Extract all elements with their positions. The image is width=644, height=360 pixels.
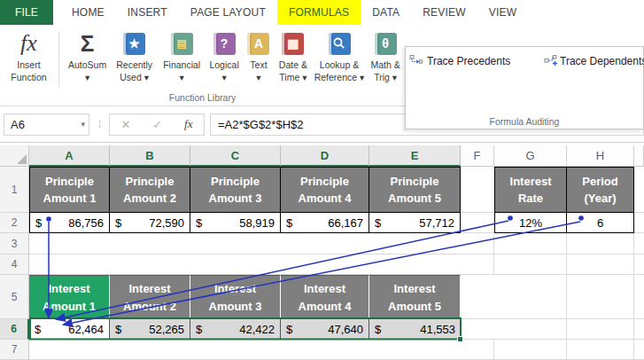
cell-b4[interactable] [110, 254, 190, 275]
logical-book-icon: ? [213, 33, 236, 55]
autosum-button[interactable]: Σ AutoSum ▾ [66, 27, 109, 83]
cell-d4[interactable] [281, 254, 369, 275]
cell-h6[interactable] [567, 319, 634, 340]
trace-precedents-button[interactable]: Trace Precedents [409, 50, 544, 72]
cell-a1[interactable]: Principle Amount 1 [29, 167, 110, 213]
cell-f7[interactable] [461, 340, 494, 360]
cell-d1[interactable]: Principle Amount 4 [281, 167, 369, 213]
date-time-button[interactable]: ▦ Date & Time ▾ [275, 27, 312, 83]
recently-used-book-icon: ★ [123, 33, 145, 55]
cell-a6-active[interactable]: $62,464 [29, 319, 110, 340]
cell-d7[interactable] [281, 340, 369, 360]
cell-a5[interactable]: Interest Amount 1 [29, 275, 110, 319]
cell-c7[interactable] [190, 340, 281, 360]
insert-function-fx-icon[interactable]: fx [184, 117, 192, 131]
cell-b2[interactable]: $72,590 [110, 213, 190, 233]
cell-d2[interactable]: $66,167 [281, 213, 369, 233]
cell-c5[interactable]: Interest Amount 3 [190, 275, 281, 319]
logical-button[interactable]: ? Logical ▾ [206, 27, 243, 83]
enter-icon[interactable]: ✓ [152, 118, 162, 131]
cell-h3[interactable] [567, 233, 634, 254]
cell-f2[interactable] [461, 213, 494, 233]
column-header-g[interactable]: G [494, 145, 567, 167]
tab-data[interactable]: DATA [361, 0, 411, 25]
cell-b7[interactable] [110, 340, 190, 360]
column-header-d[interactable]: D [281, 145, 369, 167]
cell-g4[interactable] [494, 254, 567, 275]
tab-insert[interactable]: INSERT [116, 0, 179, 25]
name-box-dropdown-icon[interactable]: ▾ [81, 120, 85, 129]
tab-review[interactable]: REVIEW [411, 0, 477, 25]
cell-c6[interactable]: $42,422 [190, 319, 281, 340]
cell-b6[interactable]: $52,265 [110, 319, 190, 340]
cell-b1[interactable]: Principle Amount 2 [110, 167, 190, 213]
cell-g6[interactable] [494, 319, 567, 340]
cell-g1[interactable]: Interest Rate [494, 167, 567, 213]
column-header-e[interactable]: E [369, 145, 461, 167]
cell-a2[interactable]: $86,756 [29, 213, 110, 233]
column-header-h[interactable]: H [567, 145, 634, 167]
cell-c4[interactable] [190, 254, 281, 275]
lookup-reference-button[interactable]: Lookup & Reference ▾ [314, 27, 366, 83]
cell-e7[interactable] [369, 340, 461, 360]
column-header-a[interactable]: A [29, 145, 110, 167]
cell-h7[interactable] [567, 340, 634, 360]
column-header-b[interactable]: B [110, 145, 190, 167]
math-trig-button[interactable]: θ Math & Trig ▾ [367, 27, 404, 83]
financial-button[interactable]: ▤ Financial ▾ [159, 27, 204, 83]
row-header-4[interactable]: 4 [0, 254, 29, 275]
cell-d3[interactable] [281, 233, 369, 254]
cell-f5[interactable] [461, 275, 494, 319]
cell-d6[interactable]: $47,640 [281, 319, 369, 340]
cell-g2[interactable]: 12% [494, 213, 567, 233]
cell-f3[interactable] [461, 233, 494, 254]
row-header-6[interactable]: 6 [0, 319, 29, 340]
tab-view[interactable]: VIEW [477, 0, 528, 25]
cell-g3[interactable] [494, 233, 567, 254]
cell-f1[interactable] [461, 167, 494, 213]
row-header-7[interactable]: 7 [0, 340, 29, 360]
column-header-f[interactable]: F [461, 145, 494, 167]
row-header-5[interactable]: 5 [0, 275, 29, 319]
cell-d5[interactable]: Interest Amount 4 [281, 275, 369, 319]
cell-e4[interactable] [369, 254, 461, 275]
cell-e5[interactable]: Interest Amount 5 [369, 275, 461, 319]
tab-page-layout[interactable]: PAGE LAYOUT [179, 0, 277, 25]
cell-g5[interactable] [494, 275, 567, 319]
cell-c1[interactable]: Principle Amount 3 [190, 167, 281, 213]
cell-c3[interactable] [190, 233, 281, 254]
cell-b5[interactable]: Interest Amount 2 [110, 275, 190, 319]
cell-h4[interactable] [567, 254, 634, 275]
recently-used-button[interactable]: ★ Recently Used ▾ [111, 27, 158, 83]
ribbon: fx Insert Function Σ AutoSum ▾ ★ Recentl… [0, 25, 644, 106]
row-header-3[interactable]: 3 [0, 233, 29, 254]
cancel-icon[interactable]: ✕ [120, 118, 130, 131]
cell-a3[interactable] [29, 233, 110, 254]
tab-formulas[interactable]: FORMULAS [277, 0, 361, 25]
cell-e6[interactable]: $41,553 [369, 319, 461, 340]
text-button[interactable]: A Text ▾ [244, 27, 273, 83]
date-time-book-icon: ▦ [282, 33, 304, 55]
trace-dependents-button[interactable]: Trace Dependents [544, 50, 644, 72]
tab-home[interactable]: HOME [60, 0, 116, 25]
cell-a4[interactable] [29, 254, 110, 275]
cell-g7[interactable] [494, 340, 567, 360]
cell-h1[interactable]: Period (Year) [567, 167, 634, 213]
cell-h5[interactable] [567, 275, 634, 319]
cell-e3[interactable] [369, 233, 461, 254]
cell-b3[interactable] [110, 233, 190, 254]
cell-f6[interactable] [461, 319, 494, 340]
cell-e2[interactable]: $57,712 [369, 213, 461, 233]
cell-f4[interactable] [461, 254, 494, 275]
select-all-button[interactable] [0, 145, 29, 167]
cell-c2[interactable]: $58,919 [190, 213, 281, 233]
row-header-1[interactable]: 1 [0, 167, 29, 213]
cell-a7[interactable] [29, 340, 110, 360]
insert-function-button[interactable]: fx Insert Function [5, 27, 52, 83]
cell-e1[interactable]: Principle Amount 5 [369, 167, 461, 213]
row-header-2[interactable]: 2 [0, 213, 29, 233]
column-header-c[interactable]: C [190, 145, 281, 167]
name-box[interactable]: A6 ▾ [4, 113, 89, 136]
cell-h2[interactable]: 6 [567, 213, 634, 233]
tab-file[interactable]: FILE [0, 0, 53, 25]
